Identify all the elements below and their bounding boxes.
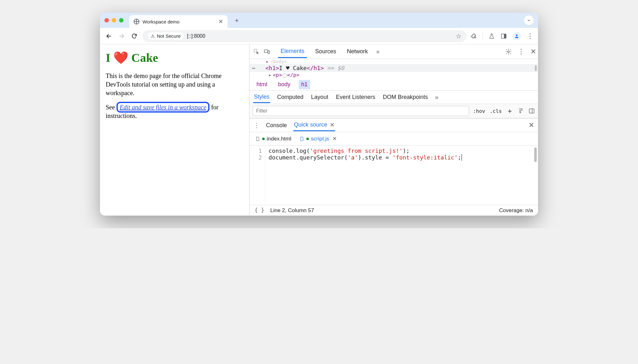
paint-button[interactable]: [518, 108, 524, 114]
editor-status-bar: { } Line 2, Column 57 Coverage: n/a: [249, 205, 538, 216]
labs-button[interactable]: [488, 33, 495, 39]
breadcrumb-body[interactable]: body: [276, 80, 293, 89]
file-tabs: index.html script.js ✕: [249, 132, 538, 146]
subtab-dom-breakpoints[interactable]: DOM Breakpoints: [382, 92, 429, 102]
titlebar: Workspace demo ✕ ＋: [100, 13, 538, 28]
pretty-print-button[interactable]: { }: [255, 207, 264, 213]
code-scrollbar[interactable]: [534, 147, 537, 162]
extensions-button[interactable]: [470, 33, 477, 39]
toolbar-actions: ⋮: [470, 32, 534, 40]
back-button[interactable]: [104, 32, 113, 41]
computed-toggle-button[interactable]: [528, 108, 535, 114]
link-highlight: Edit and save files in a workspace: [116, 102, 209, 113]
settings-button[interactable]: [505, 48, 512, 55]
puzzle-icon: [470, 33, 477, 39]
dom-prev-line: ◂ <body>: [249, 59, 538, 64]
security-label: Not Secure: [157, 33, 181, 39]
panel-right-icon: [528, 108, 535, 114]
rendered-page: I ❤️ Cake This is the demo page for the …: [100, 44, 249, 216]
browser-tab[interactable]: Workspace demo ✕: [129, 15, 228, 28]
page-paragraph-1: This is the demo page for the official C…: [106, 72, 243, 97]
reload-icon: [131, 33, 137, 39]
security-chip[interactable]: ⚠ Not Secure: [148, 32, 184, 40]
devtools-close-button[interactable]: ✕: [530, 48, 536, 56]
new-tab-button[interactable]: ＋: [233, 16, 240, 25]
tabs-dropdown-button[interactable]: [524, 16, 534, 25]
profile-button[interactable]: [513, 32, 521, 40]
address-bar[interactable]: ⚠ Not Secure [::]:8000 ☆: [143, 30, 467, 42]
page-heading: I ❤️ Cake: [106, 51, 243, 65]
reload-button[interactable]: [130, 32, 139, 41]
chevron-down-icon: [527, 18, 531, 23]
tab-elements[interactable]: Elements: [278, 45, 307, 58]
cursor-position: Line 2, Column 57: [270, 207, 314, 213]
line-gutter: 1 2: [249, 146, 265, 205]
tab-sources[interactable]: Sources: [313, 46, 339, 57]
inspect-icon: [253, 49, 260, 55]
subtab-layout[interactable]: Layout: [310, 92, 329, 102]
subtab-computed[interactable]: Computed: [276, 92, 304, 102]
styles-filter-input[interactable]: [253, 106, 469, 116]
drawer-tabs: ⋮ Console Quick source ✕ ✕: [249, 118, 538, 132]
svg-rect-4: [264, 50, 268, 52]
dom-next-line[interactable]: ▸<p></p>: [249, 72, 538, 79]
devices-icon: [263, 49, 270, 55]
bookmark-button[interactable]: ☆: [456, 32, 462, 40]
styles-filter-row: :hov .cls ＋: [249, 104, 538, 118]
drawer-close-button[interactable]: ✕: [528, 121, 534, 129]
maximize-window-button[interactable]: [119, 18, 123, 23]
code-editor[interactable]: 1 2 console.log('greetings from script.j…: [249, 146, 538, 205]
browser-window: Workspace demo ✕ ＋ ⚠ Not Secure [::]:800…: [100, 13, 538, 216]
breadcrumb-html[interactable]: html: [254, 80, 270, 89]
breadcrumb-h1[interactable]: h1: [299, 80, 310, 89]
drawer-tab-console[interactable]: Console: [265, 120, 288, 131]
panel-icon: [501, 33, 507, 39]
file-tab-script[interactable]: script.js ✕: [298, 134, 338, 143]
arrow-right-icon: [118, 33, 125, 39]
subtab-styles[interactable]: Styles: [253, 92, 270, 103]
tab-network[interactable]: Network: [344, 46, 370, 57]
styles-subtabs: Styles Computed Layout Event Listeners D…: [249, 91, 538, 104]
modified-dot-icon: [262, 138, 265, 140]
code-lines[interactable]: console.log('greetings from script.js!')…: [265, 146, 469, 205]
sidepanel-button[interactable]: [501, 33, 507, 39]
toolbar: ⚠ Not Secure [::]:8000 ☆ ⋮: [100, 28, 538, 44]
window-controls: [104, 18, 123, 23]
minimize-window-button[interactable]: [112, 18, 116, 23]
warning-icon: ⚠: [151, 34, 155, 39]
page-paragraph-2: See Edit and save files in a workspace f…: [106, 103, 243, 120]
dom-selected-row[interactable]: ⋯ <h1>I ♥ Cake</h1> == $0: [249, 64, 538, 72]
flask-icon: [488, 33, 495, 39]
inspect-button[interactable]: [253, 49, 260, 55]
cls-toggle[interactable]: .cls: [489, 108, 502, 114]
ellipsis-icon[interactable]: ⋯: [252, 65, 256, 71]
gear-icon: [505, 48, 512, 55]
subtab-event-listeners[interactable]: Event Listeners: [335, 92, 376, 102]
menu-button[interactable]: ⋮: [527, 32, 534, 40]
person-icon: [514, 34, 519, 39]
content-area: I ❤️ Cake This is the demo page for the …: [100, 44, 538, 216]
drawer-tab-quick-source[interactable]: Quick source ✕: [293, 120, 335, 131]
new-style-button[interactable]: ＋: [506, 106, 513, 116]
dom-scrollbar[interactable]: [535, 65, 537, 71]
svg-rect-7: [529, 109, 534, 113]
drawer-menu-button[interactable]: ⋮: [253, 121, 260, 129]
close-file-button[interactable]: ✕: [332, 135, 337, 142]
svg-rect-5: [268, 50, 269, 53]
svg-point-2: [516, 34, 517, 36]
hov-toggle[interactable]: :hov: [473, 108, 485, 114]
svg-rect-1: [504, 34, 506, 38]
close-window-button[interactable]: [104, 18, 109, 23]
subtab-more-button[interactable]: »: [435, 94, 438, 101]
more-tabs-button[interactable]: »: [376, 48, 380, 55]
workspace-link[interactable]: Edit and save files in a workspace: [120, 104, 206, 111]
close-icon[interactable]: ✕: [330, 121, 335, 128]
svg-rect-3: [254, 49, 257, 52]
close-tab-button[interactable]: ✕: [218, 18, 223, 25]
file-tab-index[interactable]: index.html: [254, 134, 292, 143]
tab-title: Workspace demo: [143, 19, 215, 24]
devtools-menu-button[interactable]: ⋮: [518, 48, 525, 56]
device-toggle-button[interactable]: [263, 49, 270, 55]
forward-button[interactable]: [117, 32, 126, 41]
coverage-label: Coverage: n/a: [499, 207, 533, 214]
